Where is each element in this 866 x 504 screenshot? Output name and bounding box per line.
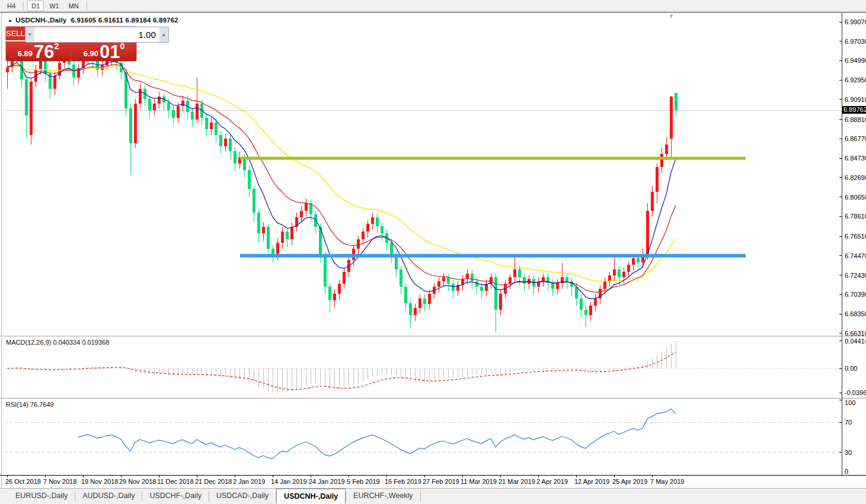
chart-tab-audusd-daily[interactable]: AUDUSD-,Daily bbox=[75, 489, 142, 504]
candle-body bbox=[452, 284, 455, 290]
candle-body bbox=[381, 226, 384, 234]
sell-price-base: 6.89 bbox=[18, 49, 33, 58]
candle-body bbox=[622, 272, 625, 278]
timeframe-button-h4[interactable]: H4 bbox=[3, 1, 20, 11]
candle-body bbox=[153, 104, 156, 110]
chart-tab-bar: EURUSD-,DailyAUDUSD-,DailyUSDCHF-,DailyU… bbox=[0, 488, 866, 504]
chart-canvas[interactable]: 6.990706.970306.949906.929506.909106.888… bbox=[0, 13, 866, 488]
candle-body bbox=[565, 277, 568, 281]
volume-input[interactable] bbox=[34, 27, 159, 42]
candle-body bbox=[371, 217, 374, 224]
date-axis-label: 29 Nov 2018 bbox=[119, 478, 156, 485]
candle-body bbox=[333, 294, 336, 300]
price-axis-label: 6.80650 bbox=[845, 194, 866, 201]
candle-body bbox=[53, 76, 56, 89]
macd-axis-label: -0.03964 bbox=[845, 389, 866, 396]
date-axis-label: 5 Feb 2019 bbox=[347, 478, 380, 485]
date-axis-label: 11 Mar 2019 bbox=[461, 478, 497, 485]
candle-body bbox=[603, 281, 606, 289]
timeframe-button-w1[interactable]: W1 bbox=[45, 1, 63, 11]
price-axis-label: 6.76510 bbox=[845, 233, 866, 240]
candle-body bbox=[594, 298, 597, 306]
candle-body bbox=[167, 102, 170, 110]
ma-red-line bbox=[7, 65, 676, 292]
rsi-line bbox=[78, 409, 676, 459]
candle-body bbox=[418, 298, 421, 308]
candle-body bbox=[551, 283, 554, 289]
candle-body bbox=[248, 170, 251, 189]
date-axis-label: 15 Feb 2019 bbox=[385, 478, 421, 485]
macd-signal-line bbox=[7, 352, 676, 390]
collapse-panel-icon[interactable]: ▲ bbox=[8, 18, 12, 23]
candle-body bbox=[556, 283, 559, 289]
date-axis-label: 7 Nov 2018 bbox=[43, 478, 76, 485]
candle-body bbox=[395, 255, 398, 269]
candle-body bbox=[475, 281, 478, 287]
chart-symbol-label: USDCNH-,Daily bbox=[15, 17, 66, 24]
candle-body bbox=[509, 277, 512, 284]
buy-button[interactable]: BUY bbox=[169, 27, 185, 41]
timeframe-button-d1[interactable]: D1 bbox=[27, 1, 44, 11]
date-axis-label: 21 Mar 2019 bbox=[498, 478, 535, 485]
chart-shift-marker-icon[interactable]: ▼ bbox=[669, 13, 674, 19]
candle-body bbox=[480, 287, 483, 290]
candle-body bbox=[148, 99, 151, 110]
candle-body bbox=[651, 192, 654, 211]
price-axis-label: 6.82690 bbox=[845, 174, 866, 181]
candle-body bbox=[191, 112, 194, 120]
buy-price-big: 01 bbox=[100, 44, 120, 60]
candle-body bbox=[675, 93, 678, 111]
candle-body bbox=[224, 139, 227, 146]
candle-body bbox=[518, 269, 521, 277]
volume-increase-icon[interactable]: ▲ bbox=[159, 27, 168, 42]
candle-body bbox=[290, 227, 293, 239]
date-axis-label: 26 Oct 2018 bbox=[5, 478, 41, 485]
date-axis-label: 24 Jan 2019 bbox=[309, 478, 345, 485]
candle-body bbox=[627, 265, 630, 271]
chart-tab-eurchf-weekly[interactable]: EURCHF-,Weekly bbox=[346, 489, 420, 504]
candle-body bbox=[580, 298, 583, 310]
candle-body bbox=[608, 275, 611, 281]
candle-body bbox=[390, 243, 393, 255]
candle-body bbox=[584, 310, 587, 316]
candle-body bbox=[362, 232, 365, 239]
candle-body bbox=[181, 101, 184, 107]
candle-body bbox=[253, 189, 255, 213]
current-price-tag: 6.89762 bbox=[842, 106, 866, 114]
candle-body bbox=[210, 123, 213, 129]
chart-tab-usdcnh-daily[interactable]: USDCNH-,Daily bbox=[276, 489, 346, 504]
price-axis-label: 6.88810 bbox=[845, 116, 866, 123]
candle-body bbox=[437, 281, 440, 287]
chart-tab-usdcad-daily[interactable]: USDCAD-,Daily bbox=[209, 489, 276, 504]
candle-body bbox=[366, 224, 369, 232]
sell-button[interactable]: SELL bbox=[6, 27, 25, 41]
buy-price-button[interactable]: 6.90 01 0 bbox=[72, 43, 136, 61]
volume-decrease-icon[interactable]: ▼ bbox=[25, 27, 34, 42]
candle-body bbox=[670, 97, 673, 139]
candle-body bbox=[471, 274, 474, 281]
chart-ohlc-values: 6.91605 6.91611 6.89184 6.89762 bbox=[71, 17, 178, 24]
candle-body bbox=[400, 269, 402, 287]
candle-body bbox=[428, 294, 431, 304]
date-axis-label: 21 Dec 2018 bbox=[195, 478, 232, 485]
date-axis-label: 2 Apr 2019 bbox=[536, 478, 568, 485]
candle-body bbox=[447, 277, 450, 284]
chart-tab-eurusd-daily[interactable]: EURUSD-,Daily bbox=[8, 489, 75, 504]
candle-body bbox=[404, 287, 407, 303]
price-axis-label: 6.97030 bbox=[845, 38, 866, 45]
candle-body bbox=[172, 110, 175, 118]
chart-window[interactable]: 6.990706.970306.949906.929506.909106.888… bbox=[0, 12, 866, 489]
one-click-trading-panel: SELL ▼ ▲ BUY 6.89 76 2 6.90 01 0 bbox=[6, 27, 136, 61]
candle-body bbox=[414, 308, 417, 316]
timeframe-button-mn[interactable]: MN bbox=[65, 1, 83, 11]
price-axis-label: 6.72430 bbox=[845, 272, 866, 279]
candle-body bbox=[129, 108, 132, 143]
price-axis-label: 6.99070 bbox=[845, 18, 866, 25]
chart-tab-usdchf-daily[interactable]: USDCHF-,Daily bbox=[142, 489, 209, 504]
candle-body bbox=[215, 123, 218, 135]
sell-price-button[interactable]: 6.89 76 2 bbox=[6, 43, 71, 61]
candle-body bbox=[494, 277, 497, 310]
candle-body bbox=[96, 60, 99, 70]
candle-body bbox=[205, 118, 208, 129]
candle-body bbox=[513, 269, 516, 277]
